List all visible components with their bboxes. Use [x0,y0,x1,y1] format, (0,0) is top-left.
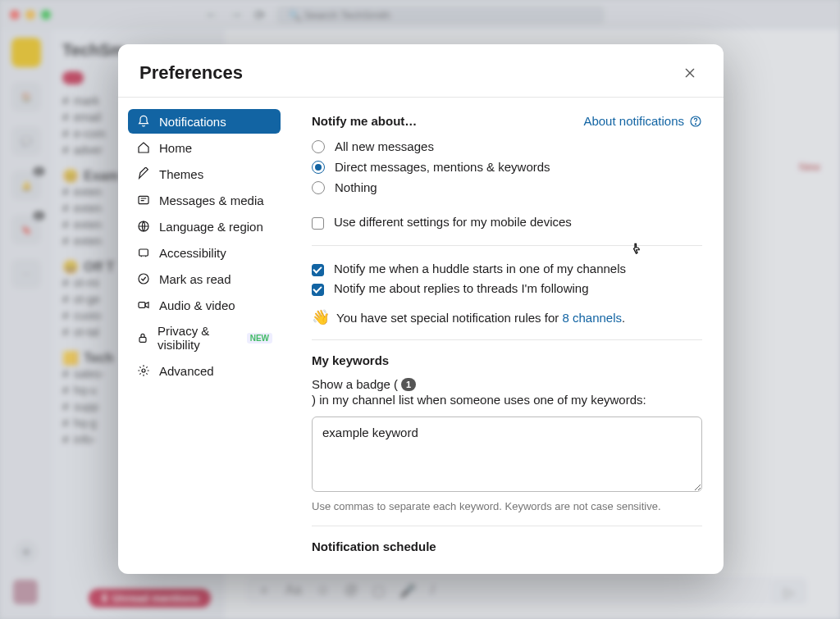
sidebar-item-accessibility[interactable]: Accessibility [128,240,281,265]
svg-point-8 [695,123,696,124]
gear-icon [136,363,151,378]
bell-icon [136,114,151,129]
video-icon [136,298,151,312]
checkbox-huddle-notify[interactable]: Notify me when a huddle starts in one of… [312,259,702,279]
keywords-heading: My keywords [312,353,702,367]
radio-icon [312,161,325,174]
accessibility-icon [136,245,151,260]
sidebar-item-label: Audio & video [159,298,235,312]
preferences-content: Notify me about… About notifications All… [290,98,724,574]
keywords-hint: Use commas to separate each keyword. Key… [312,500,702,512]
checkbox-label: Notify me about replies to threads I'm f… [334,281,589,295]
checkbox-icon [312,264,324,276]
wave-icon: 👋 [312,308,330,326]
sidebar-item-language[interactable]: Language & region [128,214,281,239]
radio-all-messages[interactable]: All new messages [312,136,702,157]
sidebar-item-label: Home [159,141,192,155]
sidebar-item-label: Accessibility [159,246,226,260]
sidebar-item-label: Language & region [159,220,263,234]
special-rules-info: 👋 You have set special notification rule… [312,308,702,326]
sidebar-item-markread[interactable]: Mark as read [128,266,281,291]
channels-link[interactable]: 8 channels [562,311,622,325]
modal-title: Preferences [139,62,243,84]
notify-heading: Notify me about… [312,114,417,128]
radio-icon [312,140,325,153]
home-icon [136,140,151,155]
globe-icon [136,219,151,234]
svg-point-3 [139,274,148,284]
sidebar-item-label: Advanced [159,364,214,378]
sidebar-item-themes[interactable]: Themes [128,162,281,186]
radio-label: All new messages [335,139,434,153]
radio-icon [312,181,325,194]
checkbox-icon [312,217,324,230]
radio-label: Direct messages, mentions & keywords [335,160,550,174]
sidebar-item-privacy[interactable]: Privacy & visibility NEW [128,319,281,357]
sidebar-item-advanced[interactable]: Advanced [128,358,281,383]
radio-label: Nothing [335,180,377,194]
sidebar-item-label: Themes [159,167,203,181]
checkbox-mobile-settings[interactable]: Use different settings for my mobile dev… [312,212,702,232]
svg-rect-4 [139,303,145,308]
svg-rect-2 [139,249,148,256]
schedule-heading: Notification schedule [312,539,702,553]
radio-nothing[interactable]: Nothing [312,177,702,198]
sidebar-item-av[interactable]: Audio & video [128,293,281,317]
preferences-modal: Preferences Notifications Home Themes Me… [118,44,724,574]
sidebar-item-label: Privacy & visibility [158,324,237,352]
sidebar-item-messages[interactable]: Messages & media [128,188,281,212]
badge-count-icon: 1 [401,378,416,391]
keywords-textarea[interactable] [312,416,702,492]
sidebar-item-label: Notifications [159,115,226,129]
sidebar-item-label: Mark as read [159,272,231,286]
checkbox-thread-notify[interactable]: Notify me about replies to threads I'm f… [312,279,702,298]
close-button[interactable] [678,61,702,85]
svg-point-6 [142,369,145,372]
close-icon [683,66,696,80]
help-circle-icon [689,115,702,128]
sidebar-item-label: Messages & media [159,193,264,207]
svg-rect-0 [139,196,148,203]
check-circle-icon [136,271,151,286]
about-notifications-link[interactable]: About notifications [583,114,702,128]
sidebar-item-notifications[interactable]: Notifications [128,109,281,134]
checkbox-label: Use different settings for my mobile dev… [334,215,572,229]
messages-icon [136,193,151,207]
lock-icon [136,330,149,345]
keywords-description: Show a badge (1) in my channel list when… [312,377,702,407]
preferences-sidebar: Notifications Home Themes Messages & med… [118,98,290,574]
themes-icon [136,166,151,181]
radio-direct-messages[interactable]: Direct messages, mentions & keywords [312,157,702,177]
sidebar-item-home[interactable]: Home [128,135,281,160]
new-badge: NEW [247,333,272,344]
checkbox-label: Notify me when a huddle starts in one of… [334,262,626,275]
svg-rect-5 [139,337,146,342]
checkbox-icon [312,284,324,296]
